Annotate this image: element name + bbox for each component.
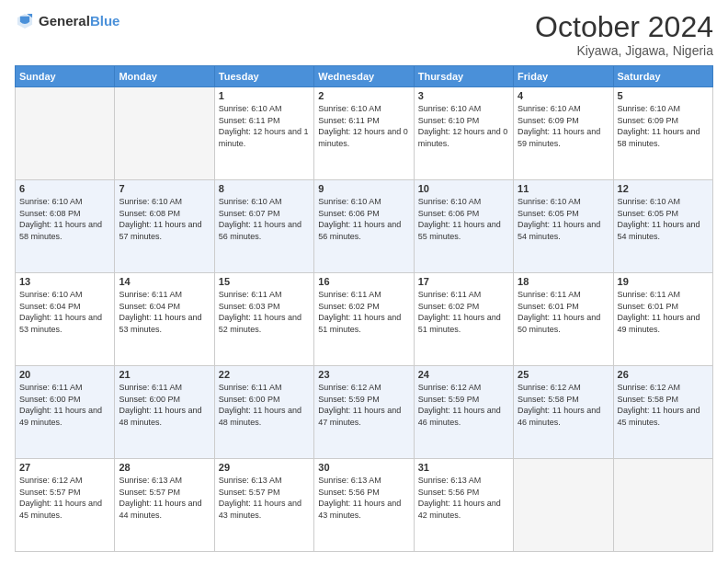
day-info: Sunrise: 6:12 AM Sunset: 5:58 PM Dayligh…: [618, 382, 709, 428]
day-number: 14: [119, 276, 210, 287]
col-friday: Friday: [514, 66, 613, 87]
day-info: Sunrise: 6:12 AM Sunset: 5:59 PM Dayligh…: [318, 382, 409, 428]
day-number: 28: [119, 462, 210, 473]
day-number: 24: [418, 369, 509, 380]
page: GeneralBlue October 2024 Kiyawa, Jigawa,…: [0, 0, 728, 563]
day-info: Sunrise: 6:10 AM Sunset: 6:05 PM Dayligh…: [618, 196, 709, 242]
calendar-header-row: Sunday Monday Tuesday Wednesday Thursday…: [16, 66, 713, 87]
month-title: October 2024: [535, 11, 713, 43]
day-info: Sunrise: 6:10 AM Sunset: 6:10 PM Dayligh…: [418, 103, 509, 149]
table-row: 3Sunrise: 6:10 AM Sunset: 6:10 PM Daylig…: [414, 87, 513, 180]
table-row: 28Sunrise: 6:13 AM Sunset: 5:57 PM Dayli…: [115, 459, 214, 552]
day-info: Sunrise: 6:10 AM Sunset: 6:09 PM Dayligh…: [618, 103, 709, 149]
logo-general: General: [39, 13, 90, 29]
table-row: 1Sunrise: 6:10 AM Sunset: 6:11 PM Daylig…: [214, 87, 313, 180]
day-number: 19: [618, 276, 709, 287]
day-info: Sunrise: 6:10 AM Sunset: 6:06 PM Dayligh…: [318, 196, 409, 242]
day-info: Sunrise: 6:10 AM Sunset: 6:07 PM Dayligh…: [219, 196, 310, 242]
day-info: Sunrise: 6:11 AM Sunset: 6:00 PM Dayligh…: [219, 382, 310, 428]
table-row: 24Sunrise: 6:12 AM Sunset: 5:59 PM Dayli…: [414, 366, 513, 459]
day-number: 5: [618, 90, 709, 101]
logo-blue: Blue: [90, 13, 120, 29]
day-info: Sunrise: 6:11 AM Sunset: 6:00 PM Dayligh…: [119, 382, 210, 428]
table-row: 10Sunrise: 6:10 AM Sunset: 6:06 PM Dayli…: [414, 180, 513, 273]
day-info: Sunrise: 6:11 AM Sunset: 6:02 PM Dayligh…: [318, 289, 409, 335]
day-info: Sunrise: 6:11 AM Sunset: 6:04 PM Dayligh…: [119, 289, 210, 335]
day-number: 21: [119, 369, 210, 380]
day-number: 22: [219, 369, 310, 380]
day-info: Sunrise: 6:13 AM Sunset: 5:56 PM Dayligh…: [318, 475, 409, 521]
day-info: Sunrise: 6:10 AM Sunset: 6:04 PM Dayligh…: [19, 289, 110, 335]
day-number: 18: [518, 276, 609, 287]
day-number: 9: [318, 183, 409, 194]
col-tuesday: Tuesday: [214, 66, 313, 87]
table-row: 31Sunrise: 6:13 AM Sunset: 5:56 PM Dayli…: [414, 459, 513, 552]
day-number: 31: [418, 462, 509, 473]
day-number: 30: [318, 462, 409, 473]
table-row: 26Sunrise: 6:12 AM Sunset: 5:58 PM Dayli…: [613, 366, 712, 459]
day-info: Sunrise: 6:10 AM Sunset: 6:06 PM Dayligh…: [418, 196, 509, 242]
day-info: Sunrise: 6:12 AM Sunset: 5:58 PM Dayligh…: [518, 382, 609, 428]
day-number: 16: [318, 276, 409, 287]
table-row: 27Sunrise: 6:12 AM Sunset: 5:57 PM Dayli…: [16, 459, 115, 552]
calendar: Sunday Monday Tuesday Wednesday Thursday…: [15, 65, 713, 552]
day-info: Sunrise: 6:11 AM Sunset: 6:03 PM Dayligh…: [219, 289, 310, 335]
day-info: Sunrise: 6:10 AM Sunset: 6:09 PM Dayligh…: [518, 103, 609, 149]
day-number: 17: [418, 276, 509, 287]
day-number: 11: [518, 183, 609, 194]
table-row: 21Sunrise: 6:11 AM Sunset: 6:00 PM Dayli…: [115, 366, 214, 459]
table-row: 19Sunrise: 6:11 AM Sunset: 6:01 PM Dayli…: [613, 273, 712, 366]
day-info: Sunrise: 6:10 AM Sunset: 6:08 PM Dayligh…: [119, 196, 210, 242]
table-row: [115, 87, 214, 180]
table-row: 22Sunrise: 6:11 AM Sunset: 6:00 PM Dayli…: [214, 366, 313, 459]
calendar-row: 20Sunrise: 6:11 AM Sunset: 6:00 PM Dayli…: [16, 366, 713, 459]
col-wednesday: Wednesday: [314, 66, 414, 87]
table-row: 15Sunrise: 6:11 AM Sunset: 6:03 PM Dayli…: [214, 273, 313, 366]
calendar-row: 6Sunrise: 6:10 AM Sunset: 6:08 PM Daylig…: [16, 180, 713, 273]
day-info: Sunrise: 6:13 AM Sunset: 5:57 PM Dayligh…: [119, 475, 210, 521]
table-row: 9Sunrise: 6:10 AM Sunset: 6:06 PM Daylig…: [314, 180, 414, 273]
day-info: Sunrise: 6:11 AM Sunset: 6:01 PM Dayligh…: [518, 289, 609, 335]
logo-icon: [15, 11, 35, 31]
day-number: 4: [518, 90, 609, 101]
day-number: 2: [318, 90, 409, 101]
calendar-row: 27Sunrise: 6:12 AM Sunset: 5:57 PM Dayli…: [16, 459, 713, 552]
calendar-row: 13Sunrise: 6:10 AM Sunset: 6:04 PM Dayli…: [16, 273, 713, 366]
day-number: 10: [418, 183, 509, 194]
day-number: 27: [19, 462, 110, 473]
table-row: 29Sunrise: 6:13 AM Sunset: 5:57 PM Dayli…: [214, 459, 313, 552]
calendar-row: 1Sunrise: 6:10 AM Sunset: 6:11 PM Daylig…: [16, 87, 713, 180]
day-info: Sunrise: 6:13 AM Sunset: 5:56 PM Dayligh…: [418, 475, 509, 521]
day-number: 25: [518, 369, 609, 380]
table-row: 20Sunrise: 6:11 AM Sunset: 6:00 PM Dayli…: [16, 366, 115, 459]
day-number: 13: [19, 276, 110, 287]
table-row: 17Sunrise: 6:11 AM Sunset: 6:02 PM Dayli…: [414, 273, 513, 366]
day-number: 20: [19, 369, 110, 380]
table-row: 12Sunrise: 6:10 AM Sunset: 6:05 PM Dayli…: [613, 180, 712, 273]
header: GeneralBlue October 2024 Kiyawa, Jigawa,…: [15, 11, 713, 58]
table-row: 8Sunrise: 6:10 AM Sunset: 6:07 PM Daylig…: [214, 180, 313, 273]
day-info: Sunrise: 6:10 AM Sunset: 6:05 PM Dayligh…: [518, 196, 609, 242]
table-row: 5Sunrise: 6:10 AM Sunset: 6:09 PM Daylig…: [613, 87, 712, 180]
day-info: Sunrise: 6:12 AM Sunset: 5:57 PM Dayligh…: [19, 475, 110, 521]
logo: GeneralBlue: [15, 11, 119, 31]
table-row: 18Sunrise: 6:11 AM Sunset: 6:01 PM Dayli…: [514, 273, 613, 366]
col-saturday: Saturday: [613, 66, 712, 87]
table-row: 11Sunrise: 6:10 AM Sunset: 6:05 PM Dayli…: [514, 180, 613, 273]
col-sunday: Sunday: [16, 66, 115, 87]
day-number: 3: [418, 90, 509, 101]
day-info: Sunrise: 6:11 AM Sunset: 6:01 PM Dayligh…: [618, 289, 709, 335]
day-info: Sunrise: 6:10 AM Sunset: 6:11 PM Dayligh…: [219, 103, 310, 149]
table-row: [16, 87, 115, 180]
day-number: 1: [219, 90, 310, 101]
table-row: 14Sunrise: 6:11 AM Sunset: 6:04 PM Dayli…: [115, 273, 214, 366]
col-thursday: Thursday: [414, 66, 513, 87]
day-info: Sunrise: 6:11 AM Sunset: 6:02 PM Dayligh…: [418, 289, 509, 335]
day-number: 15: [219, 276, 310, 287]
table-row: 23Sunrise: 6:12 AM Sunset: 5:59 PM Dayli…: [314, 366, 414, 459]
day-info: Sunrise: 6:10 AM Sunset: 6:11 PM Dayligh…: [318, 103, 409, 149]
table-row: 7Sunrise: 6:10 AM Sunset: 6:08 PM Daylig…: [115, 180, 214, 273]
table-row: 2Sunrise: 6:10 AM Sunset: 6:11 PM Daylig…: [314, 87, 414, 180]
day-number: 6: [19, 183, 110, 194]
title-block: October 2024 Kiyawa, Jigawa, Nigeria: [535, 11, 713, 58]
